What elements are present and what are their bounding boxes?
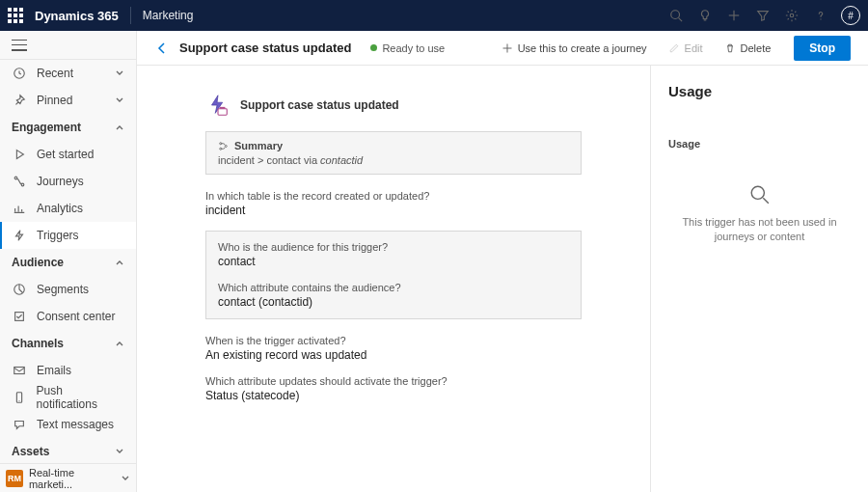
svg-point-12 [18, 400, 19, 401]
nav-push-notifications[interactable]: Push notifications [0, 384, 136, 411]
audience-box: Who is the audience for this trigger? co… [205, 231, 582, 319]
clock-icon [12, 66, 27, 81]
nav-pinned[interactable]: Pinned [0, 87, 136, 114]
usage-title: Usage [668, 83, 851, 99]
status-text: Ready to use [382, 42, 445, 54]
app-launcher-icon[interactable] [8, 8, 23, 23]
chevron-down-icon [115, 96, 124, 105]
nav-group-assets[interactable]: Assets [0, 438, 136, 463]
back-button[interactable] [154, 41, 170, 56]
status-dot-icon [370, 44, 377, 51]
question-which-attr: Which attribute updates should activate … [205, 375, 582, 387]
group-label: Channels [12, 337, 64, 350]
nav-triggers[interactable]: Triggers [0, 222, 136, 249]
nav-emails[interactable]: Emails [0, 357, 136, 384]
user-avatar[interactable]: # [841, 6, 860, 25]
chevron-up-icon [115, 123, 124, 132]
question-when: When is the trigger activated? [205, 335, 582, 346]
summary-label: Summary [234, 140, 283, 151]
lightbulb-icon[interactable] [691, 0, 719, 31]
svg-rect-9 [15, 313, 24, 321]
svg-line-21 [763, 198, 769, 204]
email-icon [12, 363, 27, 378]
answer-audience: contact [218, 255, 569, 268]
chevron-up-icon [115, 339, 124, 348]
search-icon[interactable] [662, 0, 691, 31]
group-label: Assets [12, 445, 49, 458]
nav-group-engagement[interactable]: Engagement [0, 114, 136, 141]
cmd-label: Edit [685, 42, 703, 54]
trigger-card: Support case status updated Summary inci… [205, 93, 582, 465]
nav-get-started[interactable]: Get started [0, 141, 136, 168]
page-title: Support case status updated [179, 41, 351, 55]
nav-label: Pinned [37, 94, 72, 107]
nav-label: Get started [37, 148, 94, 161]
nav-segments[interactable]: Segments [0, 276, 136, 303]
nav-text-messages[interactable]: Text messages [0, 411, 136, 438]
group-label: Audience [12, 256, 64, 269]
summary-path: incident > contact via contactid [218, 154, 569, 166]
summary-box: Summary incident > contact via contactid [205, 131, 582, 175]
usage-subtitle: Usage [668, 138, 851, 150]
sidebar: Recent Pinned Engagement Get started Jou… [0, 31, 137, 492]
nav-label: Journeys [37, 175, 84, 188]
svg-point-19 [225, 145, 227, 147]
answer-table: incident [205, 204, 582, 217]
nav-label: Segments [37, 283, 89, 296]
delete-icon [724, 42, 736, 54]
phone-icon [12, 390, 27, 405]
collapse-nav-icon[interactable] [12, 40, 27, 51]
nav-label: Recent [37, 67, 73, 80]
svg-point-4 [790, 14, 794, 17]
nav-group-audience[interactable]: Audience [0, 249, 136, 276]
nav-group-channels[interactable]: Channels [0, 330, 136, 357]
nav-label: Emails [37, 364, 71, 377]
svg-point-0 [671, 11, 680, 19]
lightning-trigger-icon [205, 93, 231, 118]
nav-label: Analytics [37, 202, 83, 215]
nav-label: Consent center [37, 310, 115, 323]
branch-icon [218, 141, 229, 151]
card-title: Support case status updated [240, 98, 399, 112]
pin-icon [12, 93, 27, 108]
question-attribute: Which attribute contains the audience? [218, 282, 569, 293]
analytics-icon [12, 201, 27, 216]
question-audience: Who is the audience for this trigger? [218, 241, 569, 253]
svg-point-20 [751, 186, 764, 199]
plus-icon [502, 42, 513, 54]
message-icon [12, 417, 27, 432]
nav-journeys[interactable]: Journeys [0, 168, 136, 195]
env-label: Real-time marketi... [29, 467, 121, 490]
usage-pane: Usage Usage This trigger has not been us… [650, 66, 868, 492]
nav-recent[interactable]: Recent [0, 60, 136, 87]
area-name: Marketing [143, 9, 194, 22]
edit-button: Edit [663, 39, 709, 58]
stop-button[interactable]: Stop [794, 36, 851, 61]
nav-label: Triggers [37, 229, 79, 242]
delete-button[interactable]: Delete [719, 39, 777, 58]
plus-icon[interactable] [719, 0, 748, 31]
nav-consent-center[interactable]: Consent center [0, 303, 136, 330]
top-bar: Dynamics 365 Marketing # [0, 0, 868, 31]
chevron-down-icon [115, 68, 124, 78]
svg-rect-15 [218, 109, 227, 116]
env-badge: RM [6, 470, 23, 487]
gear-icon[interactable] [777, 0, 806, 31]
nav-label: Push notifications [37, 384, 124, 411]
nav-analytics[interactable]: Analytics [0, 195, 136, 222]
play-icon [12, 147, 27, 162]
chevron-up-icon [115, 258, 124, 267]
svg-line-1 [679, 18, 683, 22]
journey-icon [12, 174, 27, 189]
brand-name: Dynamics 365 [35, 9, 119, 23]
help-icon[interactable] [806, 0, 835, 31]
chevron-down-icon [115, 447, 124, 456]
chevron-down-icon [121, 474, 130, 483]
svg-rect-16 [220, 107, 226, 109]
filter-icon[interactable] [748, 0, 777, 31]
search-icon [749, 184, 771, 205]
brand-divider [130, 7, 131, 24]
environment-picker[interactable]: RM Real-time marketi... [0, 463, 136, 492]
use-journey-button[interactable]: Use this to create a journey [496, 39, 653, 58]
cmd-label: Delete [741, 42, 772, 54]
